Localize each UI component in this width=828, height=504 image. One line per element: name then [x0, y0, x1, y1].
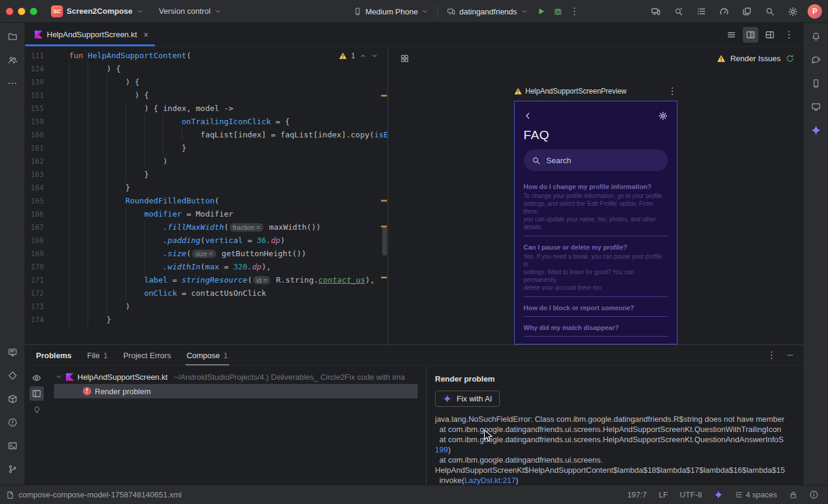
split-editor-icon[interactable]	[743, 27, 758, 43]
preview-phone-frame[interactable]: FAQ Search How do I change my profile in…	[514, 101, 677, 344]
user-avatar[interactable]: P	[808, 4, 822, 19]
code-line[interactable]: 167.fillMaxWidth(fraction = maxWidth())	[25, 221, 388, 234]
code-text[interactable]: .widthIn(max = 320.dp),	[69, 260, 388, 274]
preview-grid-layout-icon[interactable]	[397, 50, 412, 66]
line-number[interactable]: 124	[25, 62, 69, 76]
line-number[interactable]: 166	[25, 208, 69, 221]
device-manager-icon[interactable]	[808, 76, 824, 91]
task-list-icon[interactable]	[694, 4, 709, 19]
show-details-panel-icon[interactable]	[29, 386, 44, 401]
line-number[interactable]: 163	[25, 168, 69, 181]
close-window-button[interactable]	[6, 8, 13, 15]
line-number[interactable]: 170	[25, 260, 69, 274]
device-mirroring-icon[interactable]	[648, 4, 664, 19]
code-line[interactable]: 164}	[25, 181, 388, 194]
code-line[interactable]: 174}	[25, 313, 388, 326]
code-text[interactable]: }	[69, 313, 388, 326]
search-icon[interactable]	[762, 4, 778, 19]
hide-panel-icon[interactable]	[786, 351, 794, 359]
code-line[interactable]: 151 ) {	[25, 89, 388, 102]
quick-fix-bulb-icon[interactable]	[29, 402, 44, 416]
line-separator-widget[interactable]: LF	[659, 490, 668, 499]
line-number[interactable]: 171	[25, 274, 69, 287]
line-number[interactable]: 174	[25, 313, 69, 326]
line-number[interactable]: 173	[25, 300, 69, 313]
editor-list-icon[interactable]	[724, 27, 739, 43]
debug-button[interactable]	[550, 4, 566, 19]
tab-helpandsupportscreen[interactable]: HelpAndSupportScreen.kt ×	[25, 23, 155, 46]
problems-tab-project-errors[interactable]: Project Errors	[123, 345, 170, 365]
line-number[interactable]: 155	[25, 102, 69, 115]
line-number[interactable]: 172	[25, 287, 69, 300]
indent-widget[interactable]: 4 spaces	[735, 490, 777, 499]
code-line[interactable]: 166modifier = Modifier	[25, 208, 388, 221]
code-line[interactable]: 163}	[25, 168, 388, 181]
gradle-icon[interactable]	[808, 52, 824, 68]
build-icon[interactable]	[5, 391, 20, 407]
panel-options-icon[interactable]: ⋮	[767, 350, 776, 360]
profiler-icon[interactable]	[716, 4, 732, 19]
code-text[interactable]: }	[69, 142, 388, 155]
close-tab-icon[interactable]: ×	[143, 30, 148, 40]
fullscreen-window-button[interactable]	[30, 8, 37, 15]
device-selector[interactable]: Medium Phone	[349, 5, 433, 19]
gemini-icon[interactable]	[808, 122, 824, 138]
run-configuration-selector[interactable]: datingandfriends	[443, 5, 532, 19]
code-text[interactable]: ) {	[69, 62, 388, 76]
settings-gear-icon[interactable]	[785, 4, 800, 19]
line-number[interactable]: 165	[25, 194, 69, 208]
code-text[interactable]: label = stringResource(id = R.string.con…	[69, 274, 388, 287]
code-text[interactable]: ) { index, model ->	[69, 102, 388, 115]
code-text[interactable]: onClick = contactUsOnClick	[69, 287, 388, 300]
cursor-position-widget[interactable]: 197:7	[627, 490, 647, 499]
ai-status-icon[interactable]	[714, 490, 723, 499]
code-line[interactable]: 161}	[25, 142, 388, 155]
code-line[interactable]: 130) {	[25, 76, 388, 89]
preview-options-icon[interactable]: ⋮	[668, 86, 677, 96]
code-text[interactable]: )	[69, 300, 388, 313]
code-text[interactable]: ) {	[69, 89, 388, 102]
prev-problem-icon[interactable]	[359, 52, 367, 59]
line-number[interactable]: 160	[25, 128, 69, 142]
code-text[interactable]: RoundedFilledButton(	[69, 194, 388, 208]
preview-problem-eye-icon[interactable]	[29, 371, 44, 385]
code-text[interactable]: .fillMaxWidth(fraction = maxWidth())	[69, 221, 388, 234]
run-button[interactable]	[533, 4, 549, 19]
code-line[interactable]: 170.widthIn(max = 320.dp),	[25, 260, 388, 274]
editor-more-options-icon[interactable]: ⋮	[781, 27, 797, 43]
code-text[interactable]: .padding(vertical = 36.dp)	[69, 234, 388, 247]
code-line[interactable]: 172onClick = contactUsOnClick	[25, 287, 388, 300]
line-number[interactable]: 111	[25, 49, 69, 62]
code-text[interactable]: ) {	[69, 76, 388, 89]
terminal-icon[interactable]	[5, 438, 20, 454]
more-run-actions-button[interactable]: ⋮	[567, 4, 583, 19]
code-line[interactable]: 160faqList[index] = faqList[index].copy(…	[25, 128, 388, 142]
encoding-widget[interactable]: UTF-8	[680, 490, 702, 499]
code-text[interactable]: }	[69, 181, 388, 194]
problems-tab-compose[interactable]: Compose1	[187, 345, 228, 365]
code-line[interactable]: 169.size(size = getButtonHeight())	[25, 247, 388, 260]
project-folder-icon[interactable]	[5, 29, 20, 44]
notifications-bell-icon[interactable]	[808, 29, 824, 44]
code-text[interactable]: }	[69, 168, 388, 181]
line-number[interactable]: 162	[25, 155, 69, 168]
code-line[interactable]: 171label = stringResource(id = R.string.…	[25, 274, 388, 287]
tree-problem-row[interactable]: ! Render problem	[54, 384, 418, 398]
code-line[interactable]: 159onTrailingIconClick = {	[25, 115, 388, 128]
editor-scrollbar[interactable]	[382, 227, 387, 256]
line-number[interactable]: 167	[25, 221, 69, 234]
lock-icon[interactable]	[789, 491, 797, 499]
code-line[interactable]: 165RoundedFilledButton(	[25, 194, 388, 208]
inspections-widget[interactable]: 1	[339, 52, 378, 60]
code-text[interactable]: )	[69, 155, 388, 168]
users-icon[interactable]	[5, 52, 20, 68]
code-line[interactable]: 124) {	[25, 62, 388, 76]
line-number[interactable]: 169	[25, 247, 69, 260]
code-text[interactable]: faqList[index] = faqList[index].copy(isE…	[69, 128, 388, 142]
line-number[interactable]: 130	[25, 76, 69, 89]
editor-layout-icon[interactable]	[762, 27, 778, 43]
problems-stripe-icon[interactable]	[5, 415, 20, 430]
code-editor[interactable]: 111fun HelpAndSupportContent(124) {130) …	[25, 47, 388, 344]
project-widget[interactable]: SC Screen2Compose	[47, 3, 148, 20]
line-number[interactable]: 168	[25, 234, 69, 247]
